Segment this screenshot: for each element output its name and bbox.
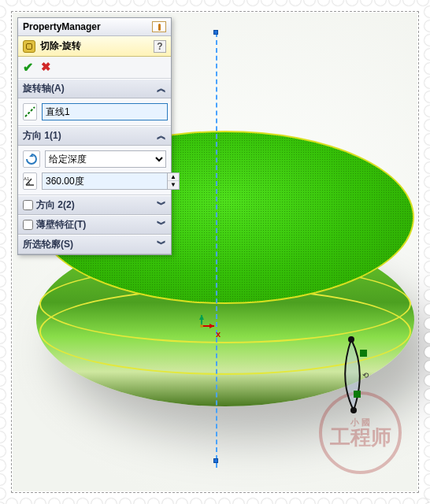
chevron-up-icon[interactable]: ︽ xyxy=(157,82,166,95)
stamp-edge-left xyxy=(0,0,13,504)
ok-button[interactable]: ✔ xyxy=(23,60,33,75)
group-contour-label: 所选轮廓(S) xyxy=(23,238,73,251)
pm-titlebar[interactable]: PropertyManager xyxy=(18,18,171,36)
svg-text:A1: A1 xyxy=(24,176,30,181)
pm-title-text: PropertyManager xyxy=(23,21,101,32)
axis-endpoint-top[interactable] xyxy=(213,30,218,35)
axis-y-icon: ↑ xyxy=(200,313,205,323)
axis-input[interactable] xyxy=(42,103,168,120)
chevron-down-icon[interactable]: ︾ xyxy=(157,218,166,232)
watermark-main: 工程师 xyxy=(330,425,391,449)
thin-checkbox[interactable] xyxy=(23,220,33,230)
feature-name: 切除-旋转 xyxy=(40,39,81,53)
group-thin-label: 薄壁特征(T) xyxy=(36,218,86,232)
reverse-direction-icon[interactable] xyxy=(23,150,40,168)
dir2-checkbox[interactable] xyxy=(23,200,33,210)
rotation-axis-line[interactable] xyxy=(216,32,217,468)
chevron-down-icon[interactable]: ︾ xyxy=(157,198,166,212)
axis-x-icon: x xyxy=(216,329,221,339)
cancel-button[interactable]: ✖ xyxy=(41,60,51,75)
stamp-edge-bottom xyxy=(0,491,430,504)
svg-text:⟲: ⟲ xyxy=(362,371,369,380)
spin-up-button[interactable]: ▲ xyxy=(168,173,179,181)
svg-point-4 xyxy=(200,324,203,328)
end-condition-select[interactable]: 给定深度 xyxy=(45,150,166,168)
group-axis-body xyxy=(18,98,171,126)
help-button[interactable]: ? xyxy=(154,40,166,53)
angle-icon: A1 xyxy=(23,172,37,190)
stamp-edge-right xyxy=(417,0,430,504)
svg-rect-8 xyxy=(354,391,361,398)
group-axis-header[interactable]: 旋转轴(A) ︽ xyxy=(18,79,171,98)
svg-marker-3 xyxy=(209,324,214,328)
chevron-down-icon[interactable]: ︾ xyxy=(157,238,166,251)
confirm-row: ✔ ✖ xyxy=(18,57,171,79)
axis-endpoint-bottom[interactable] xyxy=(213,458,218,463)
group-contour-header[interactable]: 所选轮廓(S) ︾ xyxy=(18,235,171,254)
group-dir1-label: 方向 1(1) xyxy=(23,129,61,143)
spin-down-button[interactable]: ▼ xyxy=(168,181,179,189)
group-dir1-header[interactable]: 方向 1(1) ︽ xyxy=(18,126,171,146)
stamp-edge-top xyxy=(0,0,430,13)
group-thin-header[interactable]: 薄壁特征(T) ︾ xyxy=(18,215,171,235)
cut-revolve-icon xyxy=(23,40,35,53)
pin-icon[interactable] xyxy=(152,21,166,32)
svg-line-10 xyxy=(25,107,35,117)
group-dir1-body: 给定深度 A1 ▲ ▼ xyxy=(18,146,171,195)
angle-input[interactable] xyxy=(42,172,168,190)
svg-point-6 xyxy=(350,407,357,413)
angle-spinner[interactable]: ▲ ▼ xyxy=(42,172,180,190)
axis-select-icon[interactable] xyxy=(23,103,37,120)
group-axis-label: 旋转轴(A) xyxy=(23,82,65,95)
svg-point-5 xyxy=(348,336,354,343)
feature-header: 切除-旋转 ? xyxy=(18,36,171,57)
group-dir2-label: 方向 2(2) xyxy=(36,198,75,212)
chevron-up-icon[interactable]: ︽ xyxy=(157,129,166,143)
property-manager-panel: PropertyManager 切除-旋转 ? ✔ ✖ 旋转轴(A) ︽ 方向 … xyxy=(17,17,172,255)
group-dir2-header[interactable]: 方向 2(2) ︾ xyxy=(18,195,171,215)
svg-rect-7 xyxy=(360,350,367,357)
profile-sketch[interactable]: ⟲ xyxy=(324,335,379,422)
